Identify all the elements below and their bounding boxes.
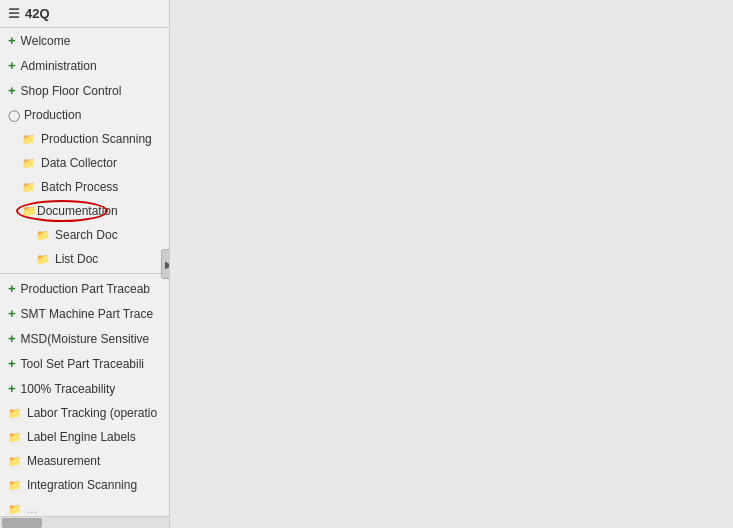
measurement-label: Measurement — [27, 454, 100, 468]
msd-label: MSD(Moisture Sensitive — [21, 332, 150, 346]
sidebar-item-production[interactable]: ◯ Production — [0, 103, 169, 127]
sidebar-item-administration[interactable]: + Administration — [0, 53, 169, 78]
content-area — [170, 0, 733, 528]
folder-icon: 📁 — [36, 253, 50, 266]
main-container: ☰ 42Q + Welcome + Administration + Shop … — [0, 0, 733, 528]
divider — [0, 273, 169, 274]
folder-icon: 📁 — [8, 431, 22, 444]
folder-icon: 📁 — [8, 407, 22, 420]
horizontal-scrollbar[interactable] — [0, 516, 169, 528]
sidebar-item-msd[interactable]: + MSD(Moisture Sensitive — [0, 326, 169, 351]
sidebar-item-integration-scanning[interactable]: 📁 Integration Scanning — [0, 473, 169, 497]
search-doc-label: Search Doc — [55, 228, 118, 242]
app-title: ☰ 42Q — [0, 0, 169, 28]
labor-tracking-label: Labor Tracking (operatio — [27, 406, 157, 420]
folder-icon: 📁 — [22, 157, 36, 170]
sidebar-item-smt-machine[interactable]: + SMT Machine Part Trace — [0, 301, 169, 326]
tool-set-label: Tool Set Part Traceabili — [21, 357, 144, 371]
sidebar-item-labor-tracking[interactable]: 📁 Labor Tracking (operatio — [0, 401, 169, 425]
welcome-label: Welcome — [21, 34, 71, 48]
app-title-label: 42Q — [25, 6, 50, 21]
plus-icon: + — [8, 381, 16, 396]
folder-icon: 📁 — [22, 181, 36, 194]
folder-icon: 📁 — [36, 229, 50, 242]
plus-icon: + — [8, 83, 16, 98]
menu-icon: ☰ — [8, 6, 20, 21]
sidebar-item-production-scanning[interactable]: 📁 Production Scanning — [0, 127, 169, 151]
more-label: ... — [27, 502, 37, 516]
folder-icon: 📁 — [8, 503, 22, 516]
expand-icon: ◯ — [8, 109, 20, 122]
plus-icon: + — [8, 306, 16, 321]
shop-floor-label: Shop Floor Control — [21, 84, 122, 98]
sidebar-collapse-button[interactable]: ▶ — [161, 249, 170, 279]
sidebar-item-shop-floor-control[interactable]: + Shop Floor Control — [0, 78, 169, 103]
plus-icon: + — [8, 356, 16, 371]
sidebar-item-tool-set[interactable]: + Tool Set Part Traceabili — [0, 351, 169, 376]
sidebar-item-data-collector[interactable]: 📁 Data Collector — [0, 151, 169, 175]
sidebar-item-list-doc[interactable]: 📁 List Doc — [0, 247, 169, 271]
plus-icon: + — [8, 331, 16, 346]
traceability-label: 100% Traceability — [21, 382, 116, 396]
sidebar-item-documentation[interactable]: 📁 Documentation — [0, 199, 169, 223]
production-label: Production — [24, 108, 81, 122]
sidebar-item-traceability[interactable]: + 100% Traceability — [0, 376, 169, 401]
scrollbar-thumb[interactable] — [2, 518, 42, 528]
folder-icon: 📁 — [22, 133, 36, 146]
documentation-label: Documentation — [37, 204, 118, 218]
folder-icon: 📁 — [8, 455, 22, 468]
production-scanning-label: Production Scanning — [41, 132, 152, 146]
production-part-label: Production Part Traceab — [21, 282, 150, 296]
folder-icon: 📁 — [8, 479, 22, 492]
sidebar-item-label-engine[interactable]: 📁 Label Engine Labels — [0, 425, 169, 449]
plus-icon: + — [8, 33, 16, 48]
list-doc-label: List Doc — [55, 252, 98, 266]
integration-scanning-label: Integration Scanning — [27, 478, 137, 492]
smt-machine-label: SMT Machine Part Trace — [21, 307, 154, 321]
sidebar-item-measurement[interactable]: 📁 Measurement — [0, 449, 169, 473]
sidebar-content[interactable]: ☰ 42Q + Welcome + Administration + Shop … — [0, 0, 169, 516]
sidebar-item-batch-process[interactable]: 📁 Batch Process — [0, 175, 169, 199]
plus-icon: + — [8, 58, 16, 73]
data-collector-label: Data Collector — [41, 156, 117, 170]
sidebar-item-production-part[interactable]: + Production Part Traceab — [0, 276, 169, 301]
sidebar-item-welcome[interactable]: + Welcome — [0, 28, 169, 53]
sidebar-item-more[interactable]: 📁 ... — [0, 497, 169, 516]
sidebar-item-search-doc[interactable]: 📁 Search Doc — [0, 223, 169, 247]
plus-icon: + — [8, 281, 16, 296]
batch-process-label: Batch Process — [41, 180, 118, 194]
administration-label: Administration — [21, 59, 97, 73]
label-engine-label: Label Engine Labels — [27, 430, 136, 444]
folder-icon: 📁 — [22, 204, 37, 218]
sidebar: ☰ 42Q + Welcome + Administration + Shop … — [0, 0, 170, 528]
